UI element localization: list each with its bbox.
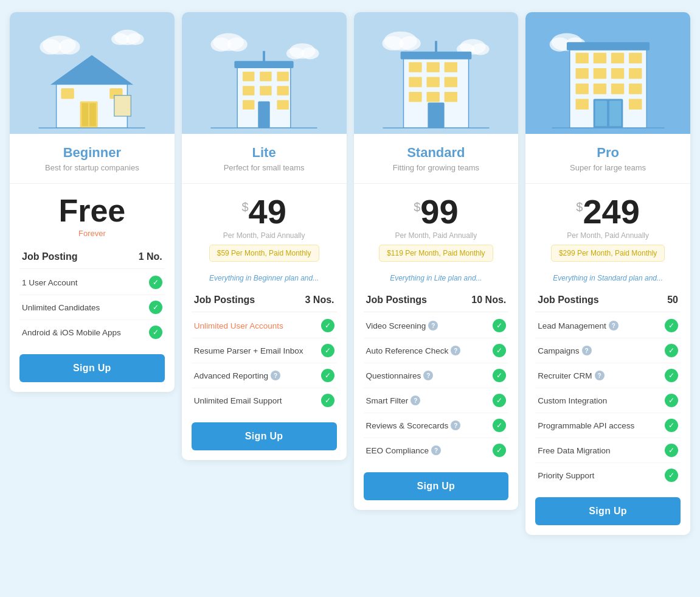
plan-name-beginner: Beginner [22, 145, 162, 161]
price-period-standard: Per Month, Paid Annually [366, 231, 507, 240]
feature-row-user-account: 1 User Account ✓ [19, 270, 165, 295]
feature-row-campaigns: Campaigns ? ✓ [535, 338, 681, 363]
svg-point-1 [40, 39, 61, 54]
price-row-standard: $ 99 [366, 195, 507, 229]
feature-row-custom-integration: Custom Integration ✓ [535, 388, 681, 413]
svg-rect-46 [444, 62, 457, 72]
help-icon-video-screening[interactable]: ? [428, 321, 438, 330]
check-icon-reviews-scorecards: ✓ [493, 419, 506, 432]
plan-includes-standard: Everything in Lite plan and... [354, 274, 519, 282]
signup-button-beginner[interactable]: Sign Up [19, 354, 165, 382]
check-icon-resume-parser: ✓ [321, 344, 334, 357]
job-posting-value-standard: 10 Nos. [471, 295, 506, 305]
feature-label-custom-integration: Custom Integration [538, 396, 665, 405]
plan-info-pro: Pro Super for large teams [525, 134, 690, 184]
plan-card-beginner: Beginner Best for startup companies Free… [10, 12, 175, 392]
feature-label-api-access: Programmable API access [538, 421, 665, 430]
svg-rect-43 [435, 41, 437, 52]
feature-label-lead-management: Lead Management ? [538, 321, 665, 330]
job-posting-row-standard: Job Postings 10 Nos. [364, 287, 509, 312]
check-icon-mobile-apps: ✓ [149, 326, 162, 339]
plan-pricing-standard: $ 99 Per Month, Paid Annually $119 Per M… [354, 184, 519, 274]
job-posting-value-pro: 50 [667, 295, 678, 305]
price-period-lite: Per Month, Paid Annually [194, 231, 334, 240]
plan-subtitle-pro: Super for large teams [538, 163, 678, 172]
feature-row-eeo-compliance: EEO Compliance ? ✓ [364, 438, 509, 463]
feature-row-recruiter-crm: Recruiter CRM ? ✓ [535, 363, 681, 388]
plan-pricing-lite: $ 49 Per Month, Paid Annually $59 Per Mo… [182, 184, 347, 274]
svg-point-18 [227, 37, 248, 51]
svg-rect-62 [611, 53, 623, 64]
help-icon-lead-management[interactable]: ? [609, 321, 619, 330]
signup-button-pro[interactable]: Sign Up [535, 497, 681, 525]
job-posting-label-standard: Job Postings [366, 295, 427, 305]
price-period-pro: Per Month, Paid Annually [538, 231, 678, 240]
svg-rect-72 [575, 99, 588, 110]
plan-header-pro [525, 12, 690, 134]
job-posting-value-lite: 3 Nos. [305, 295, 334, 305]
help-icon-reviews-scorecards[interactable]: ? [451, 421, 460, 430]
feature-row-reviews-scorecards: Reviews & Scorecards ? ✓ [364, 413, 509, 438]
feature-row-priority-support: Priority Support ✓ [535, 463, 681, 487]
help-icon-eeo-compliance[interactable]: ? [431, 445, 441, 455]
svg-rect-31 [243, 100, 254, 110]
help-icon-recruiter-crm[interactable]: ? [595, 371, 605, 380]
price-row-pro: $ 249 [538, 195, 678, 229]
svg-rect-48 [426, 77, 439, 88]
plan-features-standard: Job Postings 10 Nos. Video Screening ? ✓… [354, 287, 519, 463]
plan-name-standard: Standard [366, 145, 507, 161]
signup-button-lite[interactable]: Sign Up [192, 422, 337, 450]
check-icon-lead-management: ✓ [665, 319, 678, 332]
svg-rect-61 [593, 53, 606, 64]
feature-label-eeo-compliance: EEO Compliance ? [366, 445, 493, 455]
plan-card-pro: Pro Super for large teams $ 249 Per Mont… [525, 12, 690, 535]
plan-includes-pro: Everything in Standard plan and... [525, 274, 690, 282]
feature-label-auto-reference: Auto Reference Check ? [366, 346, 493, 355]
plan-features-lite: Job Postings 3 Nos. Unlimited User Accou… [182, 287, 347, 413]
check-icon-auto-reference: ✓ [493, 344, 506, 357]
price-monthly-badge-lite: $59 Per Month, Paid Monthly [209, 245, 319, 262]
price-free-label: Free [22, 195, 162, 226]
svg-rect-60 [575, 53, 588, 64]
svg-rect-11 [61, 88, 74, 99]
feature-row-api-access: Programmable API access ✓ [535, 413, 681, 438]
pricing-container: Beginner Best for startup companies Free… [6, 12, 694, 535]
signup-button-standard[interactable]: Sign Up [364, 472, 509, 500]
svg-rect-69 [593, 83, 606, 94]
check-icon-smart-filter: ✓ [493, 394, 506, 407]
feature-label-unlimited-user-accounts: Unlimited User Accounts [194, 321, 321, 330]
svg-rect-26 [260, 72, 271, 82]
help-icon-questionnaires[interactable]: ? [423, 371, 433, 380]
svg-rect-29 [260, 86, 271, 96]
svg-rect-10 [89, 103, 96, 126]
svg-rect-28 [243, 86, 254, 96]
svg-rect-70 [611, 83, 623, 94]
check-icon-video-screening: ✓ [493, 319, 506, 332]
check-icon-email-support: ✓ [321, 394, 334, 407]
svg-rect-47 [409, 77, 421, 88]
price-row-lite: $ 49 [194, 195, 334, 229]
plan-subtitle-beginner: Best for startup companies [22, 163, 162, 172]
plan-name-lite: Lite [194, 145, 334, 161]
help-icon-advanced-reporting[interactable]: ? [271, 371, 280, 380]
svg-rect-50 [409, 92, 421, 102]
price-forever-label: Forever [22, 229, 162, 238]
svg-point-37 [400, 36, 421, 50]
plan-info-lite: Lite Perfect for small teams [182, 134, 347, 184]
svg-rect-49 [444, 77, 457, 88]
price-amount-standard: 99 [420, 195, 458, 229]
feature-label-priority-support: Priority Support [538, 471, 665, 480]
feature-label-resume-parser: Resume Parser + Email Inbox [194, 346, 321, 355]
job-posting-label-beginner: Job Posting [22, 251, 78, 262]
help-icon-campaigns[interactable]: ? [582, 346, 592, 355]
job-posting-row-pro: Job Postings 50 [535, 287, 681, 312]
plan-card-standard: Standard Fitting for growing teams $ 99 … [354, 12, 519, 510]
svg-rect-66 [611, 68, 623, 79]
feature-row-resume-parser: Resume Parser + Email Inbox ✓ [192, 338, 337, 363]
help-icon-auto-reference[interactable]: ? [451, 346, 460, 355]
feature-label-unlimited-candidates: Unlimited Candidates [22, 303, 149, 312]
svg-rect-75 [595, 101, 606, 127]
job-posting-label-lite: Job Postings [194, 295, 255, 305]
plan-header-standard [354, 12, 519, 134]
help-icon-smart-filter[interactable]: ? [411, 396, 420, 405]
